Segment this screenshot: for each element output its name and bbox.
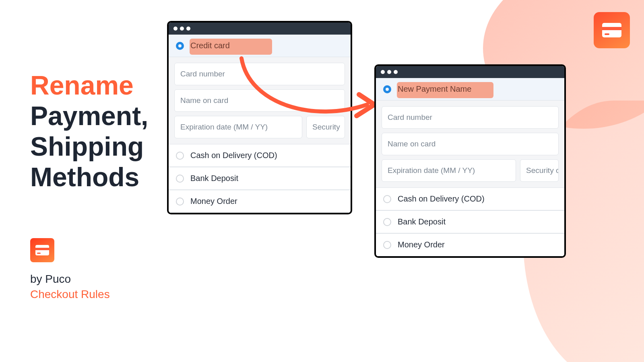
payment-option-credit-card[interactable]: Credit card xyxy=(169,35,351,57)
heading-methods: Methods xyxy=(30,162,148,193)
card-number-field[interactable]: Card number xyxy=(174,63,345,85)
radio-icon xyxy=(176,197,184,206)
option-label: Bank Deposit xyxy=(190,174,238,183)
svg-rect-1 xyxy=(602,27,621,30)
option-label: Cash on Delivery (COD) xyxy=(190,151,277,160)
heading-rename: Rename xyxy=(30,70,148,101)
page-heading: Rename Payment, Shipping Methods xyxy=(30,70,148,193)
app-logo-icon xyxy=(30,238,54,262)
after-window: New Payment Name Card number Name on car… xyxy=(374,64,566,258)
radio-selected-icon xyxy=(176,42,184,50)
svg-rect-2 xyxy=(605,33,609,35)
heading-payment: Payment, xyxy=(30,101,148,132)
window-titlebar xyxy=(169,23,351,35)
payment-option-money-order[interactable]: Money Order xyxy=(169,190,351,213)
name-on-card-field[interactable]: Name on card xyxy=(174,89,345,112)
radio-icon xyxy=(383,241,391,249)
option-label: Credit card xyxy=(190,41,230,50)
security-field[interactable]: Security xyxy=(306,116,345,138)
svg-rect-5 xyxy=(37,253,41,254)
option-label: New Payment Name xyxy=(398,84,471,94)
radio-icon xyxy=(176,175,184,183)
card-fields: Card number Name on card Expiration date… xyxy=(376,101,564,187)
svg-rect-4 xyxy=(35,248,49,250)
heading-shipping: Shipping xyxy=(30,132,148,162)
radio-icon xyxy=(383,195,391,203)
radio-icon xyxy=(383,218,391,226)
option-label: Bank Deposit xyxy=(398,217,446,226)
before-window: Credit card Card number Name on card Exp… xyxy=(167,21,352,214)
byline-author: by Puco xyxy=(30,272,110,287)
card-badge-icon xyxy=(594,12,630,48)
radio-icon xyxy=(176,152,184,160)
byline: by Puco Checkout Rules xyxy=(30,272,110,302)
card-number-field[interactable]: Card number xyxy=(382,106,559,129)
byline-product: Checkout Rules xyxy=(30,287,110,302)
payment-option-renamed[interactable]: New Payment Name xyxy=(376,78,564,101)
card-fields: Card number Name on card Expiration date… xyxy=(169,57,351,144)
payment-option-money-order[interactable]: Money Order xyxy=(376,233,564,256)
payment-option-bank[interactable]: Bank Deposit xyxy=(169,167,351,190)
window-titlebar xyxy=(376,66,564,78)
security-field[interactable]: Security c xyxy=(520,159,559,182)
expiration-field[interactable]: Expiration date (MM / YY) xyxy=(382,159,516,182)
option-label: Money Order xyxy=(398,240,445,249)
payment-option-cod[interactable]: Cash on Delivery (COD) xyxy=(169,144,351,167)
option-label: Money Order xyxy=(190,197,237,206)
payment-option-bank[interactable]: Bank Deposit xyxy=(376,210,564,233)
name-on-card-field[interactable]: Name on card xyxy=(382,133,559,155)
option-label: Cash on Delivery (COD) xyxy=(398,194,485,204)
payment-option-cod[interactable]: Cash on Delivery (COD) xyxy=(376,187,564,210)
radio-selected-icon xyxy=(383,85,391,93)
expiration-field[interactable]: Expiration date (MM / YY) xyxy=(174,116,302,138)
